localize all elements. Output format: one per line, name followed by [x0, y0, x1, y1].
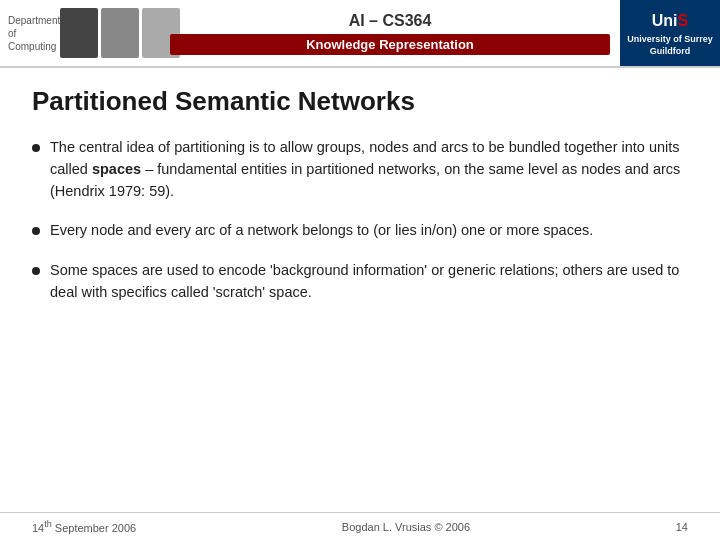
footer-page: 14	[676, 521, 688, 533]
knowledge-rep-bar: Knowledge Representation	[170, 34, 610, 55]
course-title: AI – CS364	[349, 12, 432, 30]
header-center: AI – CS364 Knowledge Representation	[160, 0, 620, 66]
main-content: Partitioned Semantic Networks The centra…	[0, 68, 720, 512]
dept-label: Department of Computing	[8, 14, 60, 53]
uni-name-line1: University of Surrey	[627, 34, 713, 44]
slide-title: Partitioned Semantic Networks	[32, 86, 688, 117]
uni-name-line2: Guildford	[650, 46, 691, 56]
footer-author: Bogdan L. Vrusias © 2006	[342, 521, 470, 533]
footer-date: 14th September 2006	[32, 519, 136, 534]
header-left: Department of Computing	[0, 0, 160, 66]
photo-1	[60, 8, 98, 58]
bullet-text-1: The central idea of partitioning is to a…	[50, 137, 688, 202]
slide: Department of Computing AI – CS364 Knowl…	[0, 0, 720, 540]
uni-logo: UniS	[652, 10, 688, 32]
bullet-dot-2	[32, 227, 40, 235]
header-right: UniS University of Surrey Guildford	[620, 0, 720, 66]
bullet-dot-3	[32, 267, 40, 275]
bullet-item-3: Some spaces are used to encode 'backgrou…	[32, 260, 688, 304]
header: Department of Computing AI – CS364 Knowl…	[0, 0, 720, 68]
bullet-item-2: Every node and every arc of a network be…	[32, 220, 688, 242]
bullet-text-3: Some spaces are used to encode 'backgrou…	[50, 260, 688, 304]
bullet-text-2: Every node and every arc of a network be…	[50, 220, 593, 242]
footer: 14th September 2006 Bogdan L. Vrusias © …	[0, 512, 720, 540]
bullet-item-1: The central idea of partitioning is to a…	[32, 137, 688, 202]
dept-logo: Department of Computing	[8, 14, 60, 53]
photo-2	[101, 8, 139, 58]
bullet-dot-1	[32, 144, 40, 152]
bullet-list: The central idea of partitioning is to a…	[32, 137, 688, 304]
